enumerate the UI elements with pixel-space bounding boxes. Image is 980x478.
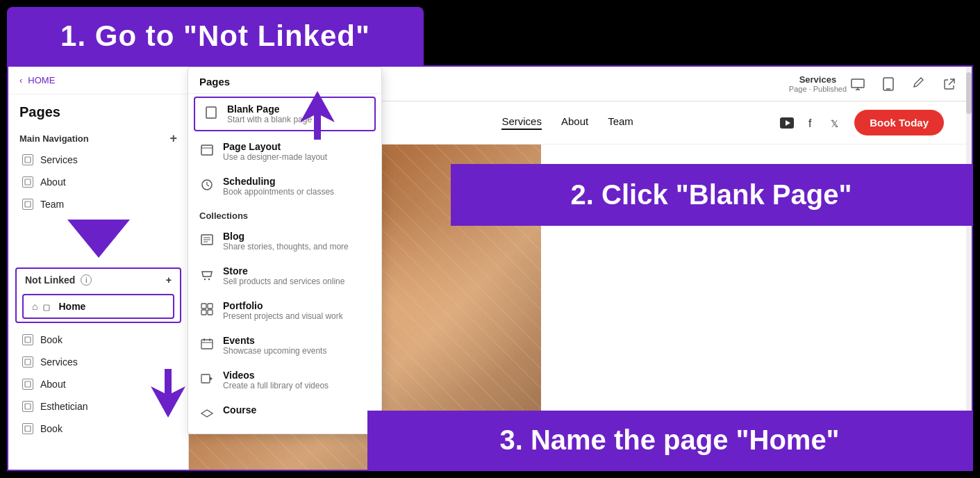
- chevron-left-icon: ‹: [19, 75, 22, 85]
- svg-rect-4: [25, 337, 31, 343]
- videos-title: Videos: [223, 370, 329, 381]
- sidebar-home-header[interactable]: ‹ HOME: [8, 67, 188, 94]
- about-nav-label: About: [40, 176, 66, 188]
- step3-overlay: 3. Name the page "Home": [367, 411, 972, 470]
- page-icon-esthetician: [22, 401, 33, 412]
- scrollbar-thumb[interactable]: [966, 72, 972, 114]
- nav-link-about[interactable]: About: [561, 115, 588, 130]
- external-link-button[interactable]: [938, 73, 961, 95]
- store-subtitle: Sell products and services online: [223, 277, 344, 286]
- events-option[interactable]: Events Showcase upcoming events: [188, 328, 381, 363]
- svg-text:f: f: [808, 117, 812, 129]
- main-nav-label: Main Navigation: [19, 133, 89, 144]
- store-title: Store: [223, 265, 344, 277]
- store-text: Store Sell products and services online: [223, 265, 344, 286]
- content-area: ‹ HOME Pages Main Navigation + Services: [7, 65, 973, 471]
- svg-rect-8: [25, 426, 31, 431]
- svg-rect-1: [25, 179, 31, 185]
- twitter-x-icon[interactable]: 𝕏: [829, 115, 845, 131]
- course-text: Course: [223, 404, 256, 415]
- course-option[interactable]: Course: [188, 397, 381, 428]
- edit-button[interactable]: [908, 73, 930, 95]
- blog-text: Blog Share stories, thoughts, and more: [223, 231, 349, 252]
- scheduling-text: Scheduling Book appointments or classes: [223, 176, 334, 197]
- svg-rect-19: [201, 304, 206, 308]
- sidebar-item-about[interactable]: About: [8, 171, 188, 193]
- desktop-view-button[interactable]: [847, 73, 869, 95]
- step1-title: 1. Go to "Not Linked": [28, 19, 403, 53]
- videos-subtitle: Create a full library of videos: [223, 381, 329, 390]
- svg-marker-30: [151, 369, 185, 418]
- blog-subtitle: Share stories, thoughts, and more: [223, 242, 349, 252]
- collections-section-title: Collections: [188, 204, 381, 224]
- videos-option[interactable]: Videos Create a full library of videos: [188, 363, 381, 397]
- scheduling-title: Scheduling: [223, 176, 334, 187]
- scheduling-icon: [199, 177, 215, 192]
- svg-rect-22: [208, 310, 213, 315]
- step2-title: 2. Click "Blank Page": [472, 179, 951, 211]
- svg-rect-6: [25, 381, 31, 387]
- social-icons: f 𝕏 Book Today: [779, 110, 944, 135]
- svg-rect-10: [201, 145, 213, 155]
- arrow-pointer-down: [147, 365, 203, 424]
- scheduling-option[interactable]: Scheduling Book appointments or classes: [188, 169, 381, 204]
- svg-rect-9: [206, 107, 216, 118]
- page-layout-icon: [199, 142, 215, 158]
- events-text: Events Showcase upcoming events: [223, 335, 326, 356]
- blog-option[interactable]: Blog Share stories, thoughts, and more: [188, 224, 381, 258]
- nav-link-services[interactable]: Services: [501, 115, 542, 130]
- home-breadcrumb: HOME: [28, 75, 55, 85]
- home-page-item[interactable]: ⌂ Home: [22, 294, 174, 319]
- step1-banner: 1. Go to "Not Linked": [7, 7, 424, 65]
- pages-title: Pages: [8, 94, 188, 126]
- sidebar-item-services[interactable]: Services: [8, 149, 188, 171]
- mobile-view-button[interactable]: [877, 73, 899, 95]
- step3-title: 3. Name the page "Home": [388, 425, 951, 456]
- portfolio-subtitle: Present projects and visual work: [223, 311, 343, 321]
- svg-line-36: [949, 79, 954, 85]
- page-icon-services: [22, 154, 33, 165]
- arrow-pointer-up: [283, 88, 338, 146]
- svg-rect-31: [852, 79, 864, 88]
- page-icon-home: [43, 302, 53, 311]
- portfolio-option[interactable]: Portfolio Present projects and visual wo…: [188, 293, 381, 328]
- nav-link-team[interactable]: Team: [608, 115, 633, 130]
- page-name: Services: [789, 74, 847, 85]
- youtube-icon[interactable]: [779, 115, 795, 131]
- team-nav-label: Team: [40, 199, 64, 210]
- page-icon-book: [22, 334, 33, 345]
- blog-title: Blog: [223, 231, 349, 242]
- not-linked-section: Not Linked i + ⌂ Home: [15, 267, 181, 323]
- events-title: Events: [223, 335, 326, 346]
- add-not-linked-button[interactable]: +: [166, 274, 172, 286]
- page-layout-subtitle: Use a designer-made layout: [223, 152, 327, 162]
- book-today-button[interactable]: Book Today: [854, 110, 944, 135]
- svg-rect-7: [25, 404, 31, 409]
- facebook-icon[interactable]: f: [804, 115, 820, 131]
- svg-marker-28: [210, 377, 213, 381]
- store-icon: [199, 267, 215, 282]
- page-icon-book2: [22, 423, 33, 434]
- add-main-nav-button[interactable]: +: [169, 131, 177, 146]
- course-title: Course: [223, 404, 256, 415]
- page-icon-about2: [22, 379, 33, 390]
- blank-page-icon: [204, 105, 219, 120]
- svg-rect-20: [208, 304, 213, 308]
- sidebar-item-team[interactable]: Team: [8, 193, 188, 215]
- svg-rect-5: [25, 359, 31, 365]
- svg-rect-23: [201, 340, 213, 349]
- sidebar-item-book[interactable]: Book: [8, 329, 188, 351]
- svg-marker-29: [300, 91, 335, 140]
- page-info: Services Page · Published: [789, 74, 847, 93]
- arrow-down-indicator: [67, 220, 130, 258]
- scrollbar[interactable]: [966, 67, 972, 470]
- portfolio-title: Portfolio: [223, 300, 343, 311]
- info-icon[interactable]: i: [81, 274, 92, 286]
- scheduling-subtitle: Book appointments or classes: [223, 187, 334, 197]
- store-option[interactable]: Store Sell products and services online: [188, 258, 381, 293]
- svg-text:𝕏: 𝕏: [831, 118, 838, 129]
- svg-rect-21: [201, 310, 206, 315]
- step2-overlay: 2. Click "Blank Page": [451, 164, 972, 226]
- services-nav-label: Services: [40, 154, 78, 165]
- home-icon: ⌂: [32, 301, 38, 312]
